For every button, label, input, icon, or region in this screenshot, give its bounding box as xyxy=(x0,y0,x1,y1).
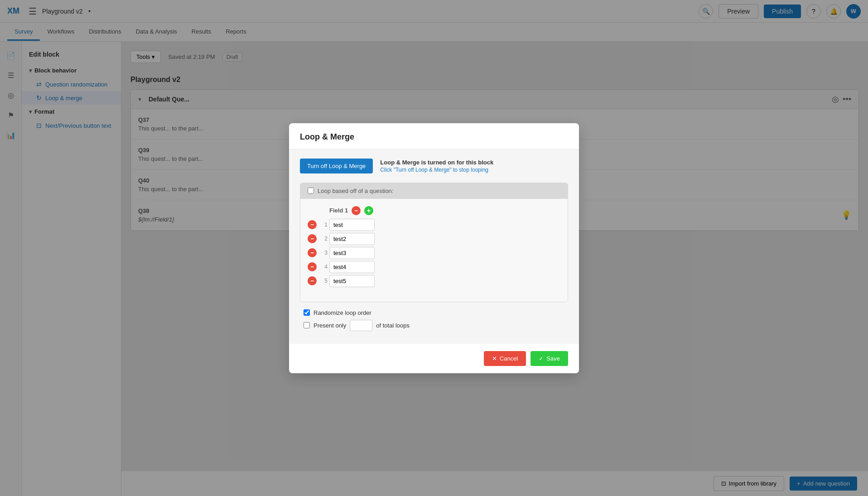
present-only-checkbox[interactable] xyxy=(304,322,310,328)
field-input-3[interactable] xyxy=(329,247,375,259)
save-button[interactable]: ✓ Save xyxy=(530,351,568,366)
field-input-4[interactable] xyxy=(329,261,375,273)
loop-based-question-checkbox[interactable] xyxy=(308,188,314,194)
remove-field-button[interactable]: − xyxy=(352,206,361,215)
remove-row-2-button[interactable]: − xyxy=(308,234,317,243)
randomize-checkbox[interactable] xyxy=(304,309,310,316)
modal-body: Turn off Loop & Merge Loop & Merge is tu… xyxy=(289,149,579,344)
turn-off-info: Loop & Merge is turned on for this block… xyxy=(380,159,493,173)
remove-row-4-button[interactable]: − xyxy=(308,262,317,271)
field-row-4: − 4 xyxy=(308,261,560,273)
loop-based-question-label: Loop based off of a question: xyxy=(318,188,393,194)
present-only-label: Present only xyxy=(313,322,346,329)
loop-body: Field 1 − + − 1 − 2 xyxy=(300,199,568,302)
field-input-2[interactable] xyxy=(329,233,375,245)
of-total-loops-label: of total loops xyxy=(376,322,410,329)
remove-row-1-button[interactable]: − xyxy=(308,220,317,229)
x-icon: ✕ xyxy=(492,355,497,362)
field-row-2: − 2 xyxy=(308,233,560,245)
row-num-4: 4 xyxy=(318,264,328,270)
check-icon: ✓ xyxy=(539,355,544,362)
remove-row-3-button[interactable]: − xyxy=(308,248,317,257)
modal-header: Loop & Merge xyxy=(289,123,579,149)
field-section: Field 1 − + − 1 − 2 xyxy=(308,206,560,287)
present-only-option-row: Present only of total loops xyxy=(304,320,564,331)
cancel-label: Cancel xyxy=(500,355,518,362)
modal-footer: ✕ Cancel ✓ Save xyxy=(289,344,579,373)
turn-off-loop-merge-button[interactable]: Turn off Loop & Merge xyxy=(300,159,373,173)
remove-row-5-button[interactable]: − xyxy=(308,276,317,285)
field-title: Field 1 xyxy=(329,207,348,214)
field-input-5[interactable] xyxy=(329,275,375,287)
randomize-option-row: Randomize loop order xyxy=(304,309,564,316)
field-row-3: − 3 xyxy=(308,247,560,259)
row-num-3: 3 xyxy=(318,250,328,256)
save-label: Save xyxy=(546,355,560,362)
loop-header: Loop based off of a question: xyxy=(300,183,568,199)
row-num-1: 1 xyxy=(318,222,328,228)
cancel-button[interactable]: ✕ Cancel xyxy=(484,351,526,366)
modal-title: Loop & Merge xyxy=(300,132,568,142)
randomize-label: Randomize loop order xyxy=(313,309,371,316)
loop-merge-modal: Loop & Merge Turn off Loop & Merge Loop … xyxy=(289,123,579,373)
add-field-button[interactable]: + xyxy=(364,206,373,215)
loop-status-title: Loop & Merge is turned on for this block xyxy=(380,159,493,166)
field-input-1[interactable] xyxy=(329,219,375,231)
present-only-number-input[interactable] xyxy=(350,320,372,331)
turn-off-section: Turn off Loop & Merge Loop & Merge is tu… xyxy=(300,159,568,173)
loop-status-sub: Click "Turn off Loop & Merge" to stop lo… xyxy=(380,167,493,173)
row-num-5: 5 xyxy=(318,278,328,284)
field-row-1: − 1 xyxy=(308,219,560,231)
options-section: Randomize loop order Present only of tot… xyxy=(300,309,568,331)
modal-overlay[interactable]: Loop & Merge Turn off Loop & Merge Loop … xyxy=(0,0,868,496)
field-header: Field 1 − + xyxy=(308,206,560,215)
row-num-2: 2 xyxy=(318,236,328,242)
field-row-5: − 5 xyxy=(308,275,560,287)
loop-section: Loop based off of a question: Field 1 − … xyxy=(300,183,568,302)
